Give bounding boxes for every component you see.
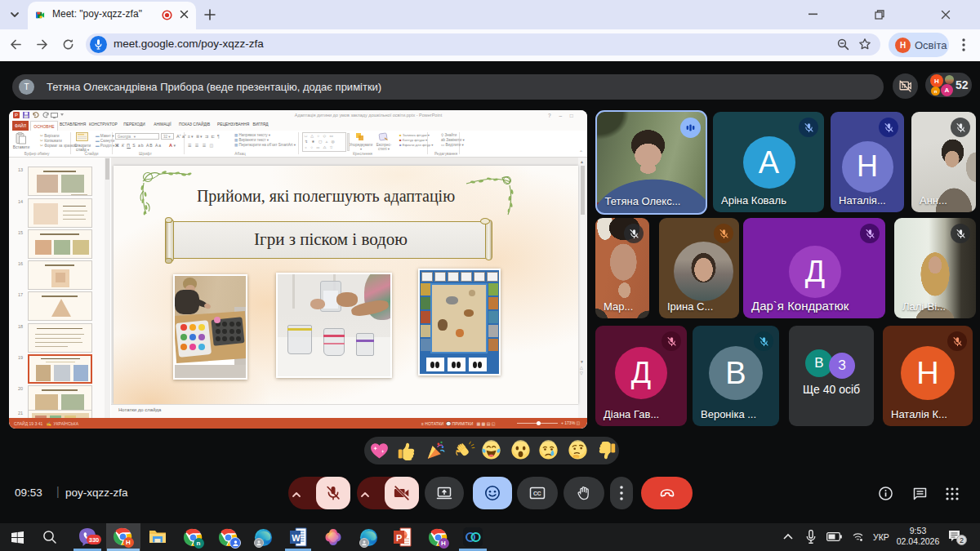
svg-text:CC: CC: [533, 491, 541, 496]
svg-text:P: P: [396, 533, 402, 543]
svg-text:W: W: [292, 533, 301, 543]
